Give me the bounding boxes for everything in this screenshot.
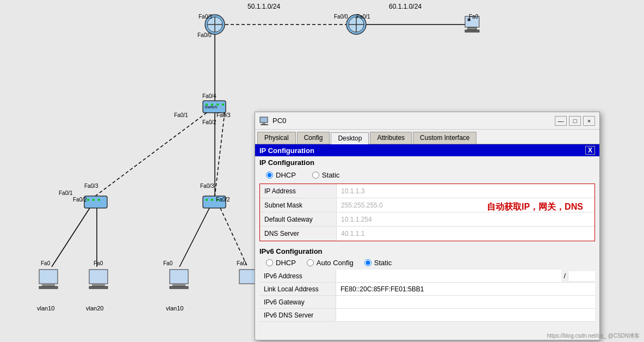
svg-rect-35 [84,196,107,208]
svg-text:Fa0/2: Fa0/2 [216,197,230,203]
ip-config-title: IP Configuration [259,146,314,155]
dialog-title-text: PC0 [273,117,286,125]
svg-point-24 [206,103,208,106]
svg-text:60.1.1.0/24: 60.1.1.0/24 [389,3,422,10]
svg-text:vlan10: vlan10 [37,305,54,312]
dialog-content: IP Configuration X IP Configuration DHCP… [255,144,599,322]
ipv6-gateway-label: IPv6 Gateway [259,297,336,307]
svg-text:Fa0: Fa0 [163,260,173,266]
dialog-controls: — □ × [555,116,595,126]
link-local-input[interactable] [336,283,595,295]
ipv6-prefix-input[interactable] [568,271,595,281]
svg-text:Fa0/2: Fa0/2 [73,197,87,203]
tab-physical[interactable]: Physical [257,132,296,144]
svg-rect-57 [42,284,55,286]
link-local-label: Link Local Address [259,284,336,294]
svg-line-33 [215,113,225,196]
close-button[interactable]: × [583,116,595,126]
svg-rect-71 [261,124,268,125]
maximize-button[interactable]: □ [569,116,581,126]
pc0-dialog: PC0 — □ × Physical Config Desktop Attrib… [255,112,600,340]
svg-point-36 [87,199,89,201]
svg-text:Fa0/1: Fa0/1 [174,112,188,118]
ipv6-static-radio[interactable]: Static [364,259,392,267]
tab-custom-interface[interactable]: Custom Interface [413,132,476,144]
ipv6-gateway-row: IPv6 Gateway [259,296,595,309]
static-radio[interactable]: Static [312,171,340,179]
ipv6-auto-config-radio[interactable]: Auto Config [307,259,354,267]
ipv6-static-radio-input[interactable] [364,259,371,266]
svg-point-26 [216,103,219,106]
svg-text:Fa0/1: Fa0/1 [59,190,73,196]
ipv6-dhcp-radio[interactable]: DHCP [266,259,296,267]
svg-rect-14 [465,30,479,32]
svg-rect-61 [89,286,108,289]
pc-icon [259,116,269,126]
ipv6-address-row: IPv6 Address / [259,270,595,283]
ipv6-dns-input[interactable] [336,309,595,321]
default-gateway-row: Default Gateway [260,212,595,227]
svg-text:Fa0/1: Fa0/1 [199,14,213,20]
svg-point-38 [98,199,100,201]
svg-text:Fa0/0: Fa0/0 [197,32,212,38]
svg-rect-62 [170,270,188,284]
svg-text:50.1.1.0/24: 50.1.1.0/24 [247,3,280,10]
annotation-text: 自动获取IP，网关，DNS [487,201,583,213]
link-local-address-row: Link Local Address [259,283,595,296]
ipv6-slash: / [561,272,568,280]
svg-rect-63 [172,284,185,286]
static-radio-input[interactable] [312,172,319,179]
svg-text:Fa0: Fa0 [41,260,51,266]
ip-config-header: IP Configuration X [255,144,599,156]
svg-rect-59 [89,270,108,284]
svg-rect-64 [170,286,188,289]
svg-rect-60 [92,284,105,286]
ipv6-dhcp-radio-input[interactable] [266,259,273,266]
minimize-button[interactable]: — [555,116,567,126]
svg-text:Fa0/3: Fa0/3 [216,112,231,118]
svg-text:Fa0/2: Fa0/2 [202,119,216,125]
ipv6-dns-row: IPv6 DNS Server [259,309,595,322]
svg-text:Fa0: Fa0 [94,260,103,266]
ipv6-auto-radio-input[interactable] [307,259,314,266]
dialog-titlebar: PC0 — □ × [255,112,599,130]
ipv6-gateway-input[interactable] [336,296,595,308]
svg-line-54 [179,208,209,267]
svg-text:Fa0: Fa0 [237,260,246,266]
default-gateway-label: Default Gateway [260,215,336,224]
ipv6-section: IPv6 Configuration DHCP Auto Config Stat… [255,246,599,322]
tab-config[interactable]: Config [297,132,330,144]
dhcp-radio[interactable]: DHCP [266,171,296,179]
svg-text:vlan20: vlan20 [86,305,103,312]
ipv6-address-input[interactable] [336,270,561,282]
subnet-mask-label: Subnet Mask [260,200,336,210]
ipv6-dhcp-label: DHCP [276,259,296,267]
svg-text:Fa0/0: Fa0/0 [334,14,348,20]
svg-text:Fa0/3: Fa0/3 [84,183,98,189]
watermark: https://blog.csdn.net/qq_ @CSDN博客 [547,332,640,340]
tab-attributes[interactable]: Attributes [370,132,412,144]
dialog-tabs: Physical Config Desktop Attributes Custo… [255,130,599,144]
ipv6-header: IPv6 Configuration [255,246,599,257]
svg-line-32 [95,113,207,196]
svg-point-40 [206,199,208,201]
ipv6-address-label: IPv6 Address [259,271,336,281]
tab-desktop[interactable]: Desktop [331,132,369,144]
dns-server-label: DNS Server [260,229,336,239]
ipv4-radio-group: DHCP Static [255,169,599,184]
svg-rect-56 [39,270,58,284]
svg-text:Fa0/1: Fa0/1 [356,14,370,20]
dhcp-label: DHCP [276,171,296,179]
svg-rect-69 [260,117,268,123]
ip-address-input[interactable] [336,184,595,198]
ipv6-config-fields: IPv6 Address / Link Local Address IPv6 G… [259,270,595,322]
default-gateway-input[interactable] [336,212,595,226]
ipv6-radio-group: DHCP Auto Config Static [255,257,599,270]
dhcp-radio-input[interactable] [266,172,273,179]
svg-text:Fa0/4: Fa0/4 [202,93,216,99]
dns-server-input[interactable] [336,227,595,241]
ip-config-subheader: IP Configuration [255,156,599,169]
ipv6-dns-label: IPv6 DNS Server [259,310,336,320]
svg-rect-70 [262,123,265,124]
ip-config-close-button[interactable]: X [585,146,595,155]
